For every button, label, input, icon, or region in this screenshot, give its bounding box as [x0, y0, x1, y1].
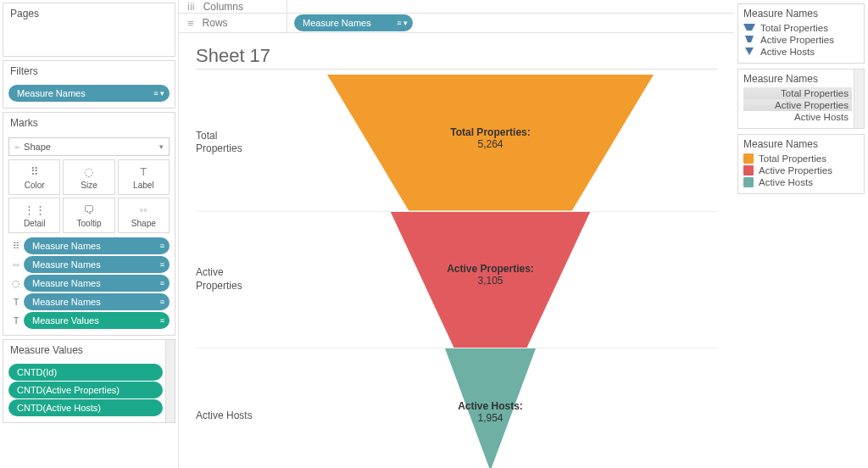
columns-icon: iii	[187, 0, 195, 13]
marks-pill-3[interactable]: Measure Names≡	[24, 293, 170, 310]
label-shelf-icon: T	[8, 315, 24, 326]
main-area: iiiColumns ≡Rows Measure Names≡ ▾ Sheet …	[178, 0, 734, 468]
viz-canvas: Sheet 17 Total Properties Total Properti…	[179, 33, 734, 468]
legend-label: Active Hosts	[760, 47, 815, 57]
legend-label: Active Properties	[759, 165, 832, 176]
svg-marker-4	[745, 36, 754, 42]
pill-caret-icon: ≡ ▾	[153, 89, 164, 98]
mark-label-button[interactable]: TLabel	[118, 159, 170, 195]
funnel-title-0: Total Properties:	[450, 126, 530, 138]
swatch-icon	[743, 153, 754, 164]
label-shelf-icon: T	[8, 297, 24, 307]
legend-highlight: Measure Names Total Properties Active Pr…	[737, 69, 865, 129]
scrollbar[interactable]	[854, 70, 864, 128]
triangle-icon	[743, 47, 755, 56]
funnel-title-2: Active Hosts:	[458, 400, 523, 412]
legend-shape-item-0[interactable]: Total Properties	[743, 22, 859, 34]
legend-label: Active Hosts	[759, 177, 813, 187]
pill-caret-icon: ≡	[160, 260, 164, 269]
right-legends: Measure Names Total Properties Active Pr…	[734, 0, 868, 468]
pages-panel: Pages	[3, 3, 175, 57]
rows-label: Rows	[203, 17, 228, 29]
color-icon: ⠿	[31, 165, 39, 179]
mark-detail-button[interactable]: ⋮⋮Detail	[8, 198, 60, 233]
pill-label: Measure Names	[32, 297, 101, 307]
funnel-label: Active Hosts	[196, 410, 264, 423]
marks-type-select[interactable]: ◦◦ Shape ▾	[8, 137, 170, 156]
marks-title: Marks	[3, 113, 175, 133]
legend-color-title: Measure Names	[743, 138, 859, 150]
legend-hl-item-1[interactable]: Active Properties	[743, 99, 852, 111]
marks-pill-4[interactable]: Measure Values≡	[24, 312, 170, 329]
pill-caret-icon: ≡	[160, 298, 164, 306]
marks-panel: Marks ◦◦ Shape ▾ ⠿Color ◌Size TLabel ⋮⋮D…	[3, 112, 175, 336]
mark-tooltip-button[interactable]: 🗨Tooltip	[63, 198, 114, 233]
pages-body[interactable]	[3, 24, 175, 56]
legend-label: Total Properties	[759, 153, 826, 164]
mark-color-button[interactable]: ⠿Color	[8, 159, 60, 195]
funnel-chart: Total Properties Total Properties:5,264 …	[196, 75, 717, 468]
rows-slot[interactable]: Measure Names≡ ▾	[287, 14, 734, 32]
svg-marker-3	[743, 24, 755, 31]
shape-icon: ◦◦	[140, 203, 147, 217]
legend-hl-item-0[interactable]: Total Properties	[743, 87, 852, 99]
color-shelf-icon: ⠿	[8, 241, 24, 252]
legend-label: Active Properties	[775, 100, 849, 110]
rows-shelf[interactable]: ≡Rows Measure Names≡ ▾	[179, 14, 734, 33]
title-rule	[196, 69, 717, 70]
legend-shape-item-2[interactable]: Active Hosts	[743, 46, 859, 58]
mv-pill-0[interactable]: CNTD(Id)	[8, 364, 163, 381]
pill-caret-icon: ≡	[160, 316, 164, 325]
legend-label: Total Properties	[760, 23, 828, 33]
svg-marker-5	[745, 47, 754, 55]
legend-label: Active Hosts	[794, 112, 849, 122]
funnel-label: Active Properties	[196, 266, 264, 292]
pill-label: Measure Values	[32, 315, 99, 326]
mark-tooltip-label: Tooltip	[77, 219, 102, 228]
pill-caret-icon: ≡ ▾	[397, 19, 408, 27]
filter-pill-measure-names[interactable]: Measure Names ≡ ▾	[8, 85, 170, 102]
left-sidebar: Pages Filters Measure Names ≡ ▾ Marks ◦◦…	[0, 0, 178, 468]
mark-size-label: Size	[81, 181, 97, 190]
funnel-row-active-hosts[interactable]: Active Hosts Active Hosts:1,954	[196, 348, 717, 468]
legend-shape-title: Measure Names	[743, 8, 859, 20]
columns-shelf[interactable]: iiiColumns	[179, 0, 734, 14]
mv-title: Measure Values	[3, 340, 175, 360]
filters-panel: Filters Measure Names ≡ ▾	[3, 60, 175, 109]
pill-caret-icon: ≡	[160, 279, 164, 287]
pill-label: Measure Names	[17, 88, 86, 98]
funnel-row-active-prop[interactable]: Active Properties Active Properties:3,10…	[196, 212, 717, 349]
columns-label: Columns	[203, 1, 243, 13]
marks-pill-1[interactable]: Measure Names≡	[24, 256, 170, 273]
detail-icon: ⋮⋮	[24, 203, 46, 217]
shape-select-icon: ◦◦	[14, 142, 19, 152]
legend-color-item-1[interactable]: Active Properties	[743, 164, 859, 176]
mark-label-label: Label	[133, 181, 153, 190]
mv-pill-1[interactable]: CNTD(Active Properties)	[8, 382, 163, 398]
mark-shape-label: Shape	[131, 219, 156, 228]
legend-color-item-0[interactable]: Total Properties	[743, 153, 859, 164]
legend-hl-item-2[interactable]: Active Hosts	[743, 111, 852, 123]
funnel-value-0: 5,264	[477, 138, 503, 150]
marks-pill-2[interactable]: Measure Names≡	[24, 275, 170, 292]
mv-pill-2[interactable]: CNTD(Active Hosts)	[8, 399, 163, 416]
marks-pill-0[interactable]: Measure Names≡	[24, 237, 170, 254]
funnel-value-2: 1,954	[477, 412, 503, 424]
pill-label: CNTD(Active Hosts)	[17, 403, 101, 413]
measure-values-panel: Measure Values CNTD(Id) CNTD(Active Prop…	[3, 339, 175, 423]
pill-label: Measure Names	[32, 259, 101, 270]
legend-color-item-2[interactable]: Active Hosts	[743, 176, 859, 188]
marks-type-label: Shape	[24, 142, 51, 152]
pill-label: Measure Names	[303, 18, 371, 28]
mark-size-button[interactable]: ◌Size	[63, 159, 114, 195]
swatch-icon	[743, 177, 754, 187]
rows-icon: ≡	[187, 17, 194, 30]
rows-pill[interactable]: Measure Names≡ ▾	[294, 14, 413, 31]
funnel-label: Total Properties	[196, 130, 264, 156]
sheet-title[interactable]: Sheet 17	[196, 45, 717, 67]
size-shelf-icon: ◌	[8, 278, 24, 289]
trapezoid-icon	[743, 36, 755, 44]
funnel-row-total[interactable]: Total Properties Total Properties:5,264	[196, 75, 717, 212]
mark-shape-button[interactable]: ◦◦Shape	[118, 198, 170, 233]
legend-shape-item-1[interactable]: Active Properties	[743, 34, 859, 46]
